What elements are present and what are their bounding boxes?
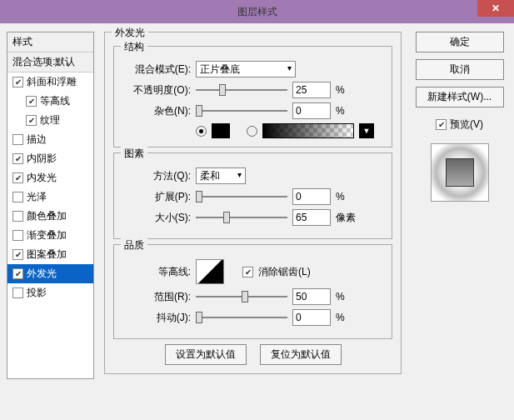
range-unit: % — [336, 291, 359, 302]
new-style-button[interactable]: 新建样式(W)... — [416, 87, 504, 108]
style-checkbox[interactable] — [12, 192, 23, 202]
close-button[interactable]: ✕ — [477, 0, 514, 17]
style-label: 等高线 — [40, 94, 70, 108]
style-item-内发光[interactable]: 内发光 — [7, 168, 93, 188]
gradient-radio[interactable] — [247, 126, 257, 137]
style-item-图案叠加[interactable]: 图案叠加 — [7, 245, 93, 264]
spread-label: 扩展(P): — [122, 190, 191, 204]
right-panel: 确定 取消 新建样式(W)... 预览(V) — [412, 32, 507, 379]
window-title: 图层样式 — [0, 5, 514, 19]
reset-default-button[interactable]: 复位为默认值 — [260, 344, 342, 365]
preview-thumbnail — [431, 143, 489, 202]
style-label: 光泽 — [27, 190, 47, 204]
noise-unit: % — [336, 105, 359, 117]
style-label: 外发光 — [27, 267, 57, 281]
technique-label: 方法(Q): — [122, 169, 191, 183]
style-checkbox[interactable] — [12, 288, 23, 298]
close-icon: ✕ — [492, 2, 500, 14]
style-label: 内发光 — [27, 171, 57, 185]
noise-input[interactable] — [292, 102, 331, 119]
style-item-描边[interactable]: 描边 — [7, 130, 93, 149]
preview-label: 预览(V) — [450, 118, 483, 132]
style-label: 渐变叠加 — [27, 228, 67, 242]
gradient-swatch[interactable] — [262, 123, 354, 138]
style-checkbox[interactable] — [26, 96, 37, 107]
style-label: 颜色叠加 — [27, 209, 67, 223]
quality-title: 品质 — [121, 238, 147, 252]
outer-glow-group: 外发光 结构 混合模式(E): 正片叠底 不透明度(O): % 杂色(N): — [104, 32, 402, 374]
blend-mode-label: 混合模式(E): — [122, 62, 191, 77]
structure-title: 结构 — [121, 40, 147, 54]
style-item-内阴影[interactable]: 内阴影 — [7, 149, 93, 168]
range-slider[interactable] — [196, 289, 287, 304]
color-swatch[interactable] — [212, 123, 230, 138]
spread-input[interactable] — [292, 188, 331, 205]
size-label: 大小(S): — [122, 211, 191, 225]
style-item-等高线[interactable]: 等高线 — [7, 92, 93, 111]
styles-header[interactable]: 样式 — [7, 32, 93, 52]
range-label: 范围(R): — [122, 290, 191, 304]
gradient-dropdown-icon[interactable]: ▼ — [359, 123, 374, 138]
elements-title: 图素 — [121, 147, 147, 161]
cancel-button[interactable]: 取消 — [416, 59, 504, 80]
style-item-外发光[interactable]: 外发光 — [7, 264, 93, 283]
contour-picker[interactable] — [196, 259, 224, 284]
style-label: 纹理 — [40, 113, 60, 128]
elements-group: 图素 方法(Q): 柔和 扩展(P): % 大小(S): 像素 — [113, 152, 392, 239]
quality-group: 品质 等高线: 消除锯齿(L) 范围(R): % 抖动(J): — [113, 244, 392, 339]
style-label: 内阴影 — [27, 152, 57, 166]
style-item-纹理[interactable]: 纹理 — [7, 111, 93, 130]
antialias-checkbox[interactable] — [242, 267, 253, 278]
noise-slider[interactable] — [196, 103, 287, 118]
size-unit: 像素 — [336, 211, 359, 225]
outer-glow-title: 外发光 — [112, 26, 148, 40]
jitter-unit: % — [336, 312, 359, 323]
opacity-label: 不透明度(O): — [122, 83, 191, 98]
technique-select[interactable]: 柔和 — [196, 168, 246, 184]
style-item-斜面和浮雕[interactable]: 斜面和浮雕 — [7, 72, 93, 92]
ok-button[interactable]: 确定 — [416, 32, 504, 52]
spread-slider[interactable] — [196, 189, 287, 204]
jitter-label: 抖动(J): — [122, 311, 191, 325]
size-slider[interactable] — [196, 210, 287, 225]
style-checkbox[interactable] — [12, 77, 23, 88]
style-checkbox[interactable] — [12, 153, 23, 164]
size-input[interactable] — [292, 209, 331, 226]
style-label: 投影 — [27, 286, 47, 300]
style-checkbox[interactable] — [12, 268, 23, 279]
opacity-slider[interactable] — [196, 82, 287, 98]
set-default-button[interactable]: 设置为默认值 — [165, 344, 247, 365]
antialias-label: 消除锯齿(L) — [258, 265, 311, 279]
contour-label: 等高线: — [122, 265, 191, 279]
structure-group: 结构 混合模式(E): 正片叠底 不透明度(O): % 杂色(N): % — [113, 46, 392, 148]
style-checkbox[interactable] — [26, 115, 37, 126]
style-item-渐变叠加[interactable]: 渐变叠加 — [7, 226, 93, 245]
titlebar: 图层样式 ✕ — [0, 0, 514, 23]
spread-unit: % — [336, 191, 359, 202]
style-checkbox[interactable] — [12, 249, 23, 260]
center-panel: 外发光 结构 混合模式(E): 正片叠底 不透明度(O): % 杂色(N): — [101, 32, 405, 379]
style-checkbox[interactable] — [12, 134, 23, 145]
opacity-input[interactable] — [292, 82, 331, 98]
noise-label: 杂色(N): — [122, 104, 191, 118]
jitter-slider[interactable] — [196, 310, 287, 325]
style-item-投影[interactable]: 投影 — [7, 283, 93, 302]
styles-list: 样式 混合选项:默认 斜面和浮雕等高线纹理描边内阴影内发光光泽颜色叠加渐变叠加图… — [7, 32, 94, 379]
style-item-颜色叠加[interactable]: 颜色叠加 — [7, 207, 93, 226]
jitter-input[interactable] — [292, 309, 331, 326]
blend-mode-select[interactable]: 正片叠底 — [196, 61, 296, 78]
style-label: 描边 — [27, 132, 47, 147]
style-checkbox[interactable] — [12, 230, 23, 241]
color-radio[interactable] — [196, 126, 207, 137]
style-checkbox[interactable] — [12, 211, 23, 222]
style-checkbox[interactable] — [12, 172, 23, 183]
opacity-unit: % — [336, 84, 359, 96]
preview-checkbox[interactable] — [436, 119, 447, 130]
style-label: 斜面和浮雕 — [27, 75, 77, 89]
style-label: 图案叠加 — [27, 248, 67, 262]
range-input[interactable] — [292, 288, 331, 305]
dialog-body: 样式 混合选项:默认 斜面和浮雕等高线纹理描边内阴影内发光光泽颜色叠加渐变叠加图… — [0, 23, 514, 388]
blend-options[interactable]: 混合选项:默认 — [7, 52, 93, 72]
style-item-光泽[interactable]: 光泽 — [7, 188, 93, 207]
